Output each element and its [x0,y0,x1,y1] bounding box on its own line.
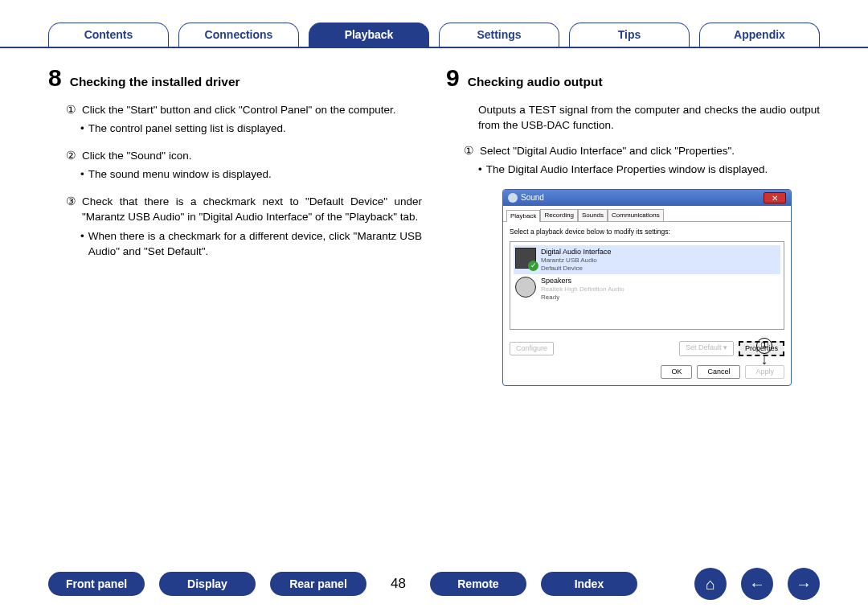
configure-button[interactable]: Configure [510,342,554,355]
nav-index[interactable]: Index [541,572,637,596]
dialog-title: Sound [521,193,544,202]
step8-item1b: The control panel setting list is displa… [88,121,286,137]
page-number: 48 [381,576,416,592]
dlg-tab-playback[interactable]: Playback [506,210,540,222]
bottom-nav: Front panel Display Rear panel 48 Remote… [0,568,868,600]
device-list: ✓ Digital Audio Interface Marantz USB Au… [510,241,784,330]
sound-icon [508,193,518,203]
tab-appendix[interactable]: Appendix [699,23,820,47]
bullet: • [478,162,482,178]
nav-rear-panel[interactable]: Rear panel [270,572,366,596]
tab-settings[interactable]: Settings [439,23,559,47]
set-default-button[interactable]: Set Default ▾ [679,341,734,356]
nav-display[interactable]: Display [159,572,256,596]
step8-item3: Check that there is a checkmark next to … [82,194,422,225]
step8-item2: Click the "Sound" icon. [82,148,191,164]
step-title-9: Checking audio output [468,73,603,91]
sound-dialog: Sound ✕ Playback Recording Sounds Commun… [502,189,792,387]
step-number-9: 9 [446,60,460,96]
dlg-tab-recording[interactable]: Recording [540,209,577,221]
dialog-titlebar: Sound ✕ [503,190,791,207]
home-icon[interactable]: ⌂ [694,568,727,600]
dlg-tab-sounds[interactable]: Sounds [578,209,608,221]
callout-1: ① ↓ [756,338,772,364]
dialog-tabs: Playback Recording Sounds Communications [503,206,791,222]
step8-item1: Click the "Start" button and click "Cont… [82,102,396,118]
step8-item2b: The sound menu window is displayed. [88,166,272,183]
bullet: • [80,166,84,183]
step9-intro: Outputs a TEST signal from the computer … [478,102,820,133]
device-speakers[interactable]: Speakers Realtek High Definition Audio R… [514,274,780,303]
step9-item1: Select "Digital Audio Interface" and cli… [480,143,735,159]
device-icon: ✓ [515,248,536,269]
step-title-8: Checking the installed driver [70,73,240,91]
prev-icon[interactable]: ← [741,568,773,600]
bullet: • [80,228,84,260]
step8-item3b: When there is a checkmark for a differen… [88,228,422,260]
apply-button[interactable]: Apply [745,365,784,379]
marker-2: ② [66,148,76,164]
marker-1r: ① [464,143,474,159]
marker-1: ① [66,102,76,118]
tab-playback[interactable]: Playback [309,23,429,47]
device-driver: Marantz USB Audio [541,257,612,265]
tab-connections[interactable]: Connections [178,23,299,47]
dialog-hint: Select a playback device below to modify… [510,227,784,236]
dlg-tab-communications[interactable]: Communications [608,209,664,221]
section-8: 8 Checking the installed driver ①Click t… [48,60,422,386]
nav-front-panel[interactable]: Front panel [48,572,145,596]
cancel-button[interactable]: Cancel [697,365,740,379]
tab-contents[interactable]: Contents [48,23,169,47]
step-number-8: 8 [48,60,62,96]
nav-remote[interactable]: Remote [430,572,526,596]
checkmark-icon: ✓ [528,261,538,271]
device-status: Ready [541,294,624,302]
sound-dialog-figure: Sound ✕ Playback Recording Sounds Commun… [502,189,792,387]
section-9: 9 Checking audio output Outputs a TEST s… [446,60,820,386]
device-digital-audio-interface[interactable]: ✓ Digital Audio Interface Marantz USB Au… [514,245,780,274]
device-status: Default Device [541,265,612,273]
device-name: Speakers [541,277,624,285]
speaker-icon [515,277,536,298]
step9-item1b: The Digital Audio Interface Properties w… [486,162,768,178]
device-name: Digital Audio Interface [541,248,612,257]
bullet: • [80,121,84,137]
top-tabs: Contents Connections Playback Settings T… [0,0,868,48]
marker-3: ③ [66,194,76,225]
device-driver: Realtek High Definition Audio [541,285,624,294]
arrow-down-icon: ↓ [756,355,772,364]
ok-button[interactable]: OK [661,365,692,379]
next-icon[interactable]: → [788,568,820,600]
close-button[interactable]: ✕ [764,192,786,203]
tab-tips[interactable]: Tips [569,23,690,47]
main-content: 8 Checking the installed driver ①Click t… [0,48,868,386]
